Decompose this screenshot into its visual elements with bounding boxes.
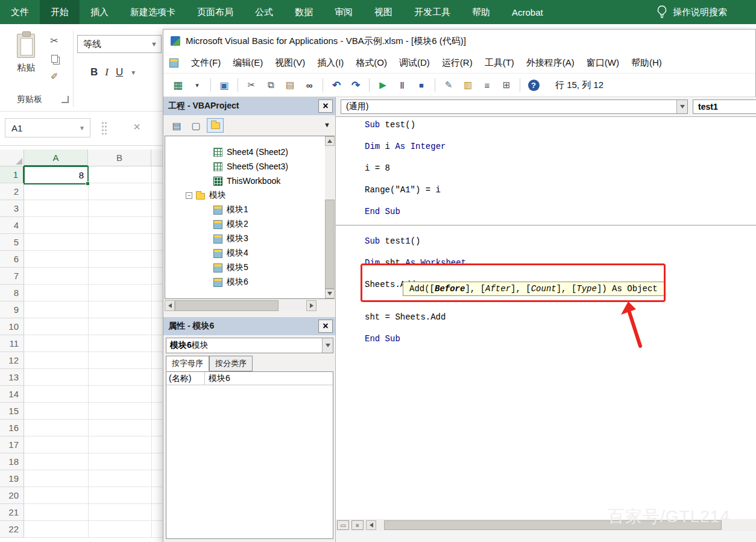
ribbon-search[interactable]: 操作说明搜索 <box>657 0 756 24</box>
code-scroll-left-icon[interactable] <box>366 520 376 530</box>
tab-categorized[interactable]: 按分类序 <box>209 356 253 371</box>
row-header-15[interactable]: 15 <box>0 403 24 420</box>
tree-item-8[interactable]: 模块5 <box>165 260 334 275</box>
undo-button[interactable] <box>328 77 345 93</box>
ribbon-tab-9[interactable]: 开发工具 <box>403 0 461 24</box>
tree-item-5[interactable]: 模块2 <box>165 217 334 232</box>
formula-cancel-button[interactable]: × <box>129 119 145 134</box>
properties-object-combo[interactable]: 模块6 模块 <box>166 338 333 353</box>
row-header-22[interactable]: 22 <box>0 521 24 538</box>
menu-item-0[interactable]: 文件(F) <box>185 54 227 72</box>
clipboard-dialog-launcher-icon[interactable] <box>61 96 69 103</box>
row-header-5[interactable]: 5 <box>0 234 24 251</box>
row-header-4[interactable]: 4 <box>0 217 24 234</box>
chevron-down-icon[interactable] <box>322 338 333 353</box>
menu-item-3[interactable]: 插入(I) <box>311 54 350 72</box>
name-box[interactable]: A1 ▼ <box>5 118 90 137</box>
tree-item-2[interactable]: ThisWorkbook <box>165 174 334 188</box>
ribbon-tab-4[interactable]: 页面布局 <box>186 0 244 24</box>
row-header-17[interactable]: 17 <box>0 436 24 453</box>
paste-button[interactable]: 粘贴 <box>8 31 43 90</box>
row-header-21[interactable]: 21 <box>0 504 24 521</box>
object-dropdown[interactable]: (通用) <box>341 99 688 114</box>
tree-item-0[interactable]: Sheet4 (Sheet2) <box>165 145 334 159</box>
toggle-folders-button[interactable] <box>207 118 224 133</box>
tree-scroll-left-icon[interactable] <box>165 300 175 311</box>
row-header-20[interactable]: 20 <box>0 487 24 504</box>
paste-button[interactable] <box>282 77 298 93</box>
select-all-corner[interactable] <box>0 150 24 166</box>
tree-item-7[interactable]: 模块4 <box>165 246 334 260</box>
vba-titlebar[interactable]: Microsoft Visual Basic for Applications … <box>163 30 755 52</box>
row-header-9[interactable]: 9 <box>0 301 24 318</box>
format-painter-button[interactable]: ✐ <box>47 70 61 83</box>
dropdown-caret-button[interactable] <box>189 77 206 93</box>
panel-overflow-icon[interactable]: ▼ <box>324 121 330 128</box>
redo-button[interactable] <box>347 77 364 93</box>
selected-cell-a1[interactable]: 8 <box>24 166 89 184</box>
ribbon-tab-7[interactable]: 审阅 <box>324 0 364 24</box>
row-header-18[interactable]: 18 <box>0 453 24 470</box>
tree-item-1[interactable]: Sheet5 (Sheet3) <box>165 159 334 174</box>
menu-item-5[interactable]: 调试(D) <box>393 54 436 72</box>
properties-close-button[interactable] <box>318 320 333 333</box>
ribbon-tab-11[interactable]: Acrobat <box>501 0 554 24</box>
properties-panel-header[interactable]: 属性 - 模块6 <box>163 317 335 335</box>
row-header-6[interactable]: 6 <box>0 251 24 268</box>
find-button[interactable] <box>301 77 318 93</box>
ribbon-tab-3[interactable]: 新建选项卡 <box>119 0 186 24</box>
row-header-13[interactable]: 13 <box>0 369 24 386</box>
row-header-3[interactable]: 3 <box>0 200 24 217</box>
column-header-a[interactable]: A <box>24 150 88 166</box>
row-header-2[interactable]: 2 <box>0 183 24 200</box>
tab-alphabetic[interactable]: 按字母序 <box>166 356 209 371</box>
row-header-7[interactable]: 7 <box>0 268 24 285</box>
row-header-8[interactable]: 8 <box>0 285 24 301</box>
fill-handle[interactable] <box>86 181 90 186</box>
menu-item-1[interactable]: 编辑(E) <box>227 54 269 72</box>
row-header-14[interactable]: 14 <box>0 386 24 403</box>
name-box-caret-icon[interactable]: ▼ <box>79 125 85 131</box>
row-header-19[interactable]: 19 <box>0 470 24 487</box>
ribbon-tab-10[interactable]: 帮助 <box>461 0 501 24</box>
view-code-button[interactable] <box>168 118 185 133</box>
procedure-dropdown[interactable]: test1 <box>693 99 756 114</box>
ribbon-tab-6[interactable]: 数据 <box>284 0 324 24</box>
row-header-10[interactable]: 10 <box>0 318 24 335</box>
property-value[interactable]: 模块6 <box>205 372 333 385</box>
properties-window-button[interactable] <box>479 77 496 93</box>
property-row[interactable]: (名称) 模块6 <box>166 372 333 385</box>
row-header-12[interactable]: 12 <box>0 352 24 369</box>
menu-item-6[interactable]: 运行(R) <box>436 54 479 72</box>
sheet-cells[interactable] <box>24 166 163 538</box>
ribbon-tab-0[interactable]: 文件 <box>0 0 40 24</box>
tree-scroll-up-icon[interactable] <box>325 136 335 146</box>
menu-item-7[interactable]: 工具(T) <box>479 54 520 72</box>
procedure-view-button[interactable] <box>337 520 349 530</box>
row-header-1[interactable]: 1 <box>0 166 24 183</box>
ribbon-tab-8[interactable]: 视图 <box>364 0 403 24</box>
bold-button[interactable]: B <box>90 66 98 78</box>
tree-hscroll-thumb[interactable] <box>175 300 279 311</box>
menu-item-4[interactable]: 格式(O) <box>350 54 393 72</box>
project-close-button[interactable] <box>318 99 333 113</box>
design-mode-button[interactable] <box>440 77 457 93</box>
italic-button[interactable]: I <box>105 66 109 78</box>
tree-scroll-right-icon[interactable] <box>306 300 317 311</box>
menu-item-10[interactable]: 帮助(H) <box>625 54 668 72</box>
ribbon-tab-5[interactable]: 公式 <box>244 0 284 24</box>
tree-item-6[interactable]: 模块3 <box>165 232 334 246</box>
code-editor[interactable]: Sub test()Dim i As Integeri = 8Range("A1… <box>336 116 756 519</box>
underline-button[interactable]: U <box>116 66 123 78</box>
row-header-16[interactable]: 16 <box>0 420 24 436</box>
ribbon-tab-1[interactable]: 开始 <box>40 0 80 24</box>
break-button[interactable] <box>394 77 411 93</box>
project-panel-header[interactable]: 工程 - VBAProject <box>163 97 335 115</box>
project-explorer-button[interactable] <box>459 77 476 93</box>
collapse-icon[interactable]: − <box>186 192 192 199</box>
column-header-partial[interactable] <box>151 150 163 166</box>
help-button[interactable] <box>525 77 542 93</box>
view-excel-button[interactable] <box>169 77 186 93</box>
font-name-combo[interactable]: 等线 ▼ <box>77 35 162 53</box>
toolbox-button[interactable] <box>498 77 515 93</box>
